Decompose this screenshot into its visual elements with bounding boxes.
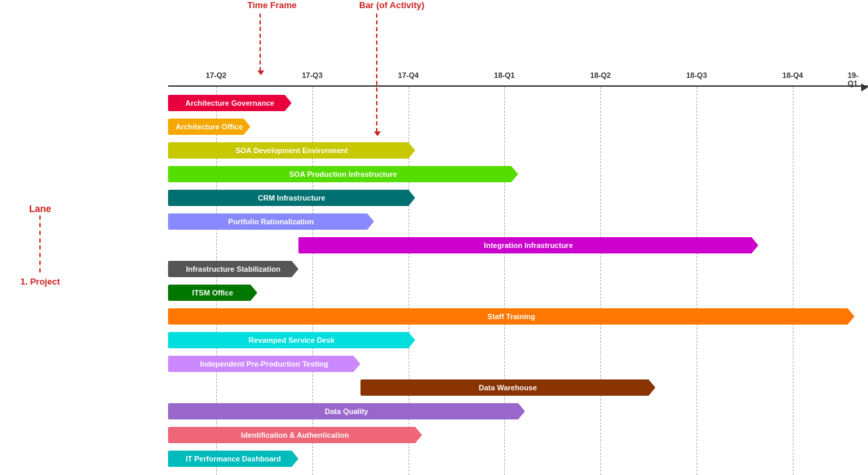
- gantt-bar-9: Staff Training: [168, 308, 854, 325]
- quarter-label-18-Q2: 18-Q2: [590, 71, 611, 79]
- annotation-bar: Bar (of Activity): [359, 0, 424, 10]
- timeline-header: [168, 68, 868, 87]
- bar-label-1: Architecture Office: [175, 123, 243, 131]
- quarter-label-17-Q4: 17-Q4: [398, 71, 419, 79]
- quarter-label-17-Q3: 17-Q3: [302, 71, 323, 79]
- bar-label-13: Data Quality: [325, 407, 368, 415]
- bar-label-4: CRM Infrastructure: [258, 194, 326, 202]
- lane-line-2: [39, 245, 41, 272]
- bar-label-11: Independent Pre-Production Testing: [200, 360, 328, 368]
- gantt-bar-15: IT Performance Dashboard: [168, 451, 298, 467]
- gantt-bar-12: Data Warehouse: [360, 379, 656, 396]
- timeframe-arrow: [260, 14, 261, 71]
- gantt-bar-6: Integration Infrastructure: [298, 237, 758, 253]
- gantt-bar-11: Independent Pre-Production Testing: [168, 356, 360, 372]
- bar-label-5: Portfolio Rationalization: [228, 218, 314, 226]
- bar-label-8: ITSM Office: [192, 289, 234, 297]
- bar-label-2: SOA Development Environment: [235, 146, 348, 154]
- gridline-18-Q4: [793, 87, 793, 475]
- bar-label: Bar (of Activity): [359, 0, 424, 10]
- gantt-bar-2: SOA Development Environment: [168, 142, 415, 159]
- left-sidebar: Lane 1. Project: [20, 203, 60, 287]
- gridline-18-Q2: [600, 87, 601, 475]
- bar-label-12: Data Warehouse: [479, 384, 537, 392]
- timeline-end-arrow: [861, 83, 868, 91]
- gantt-bar-13: Data Quality: [168, 403, 525, 419]
- bar-label-10: Revamped Service Desk: [249, 336, 335, 344]
- gantt-bar-3: SOA Production Infrastructure: [168, 166, 518, 182]
- timeline-area: 17-Q217-Q317-Q418-Q118-Q218-Q318-Q419-Q1…: [168, 68, 868, 475]
- quarter-label-19-Q1: 19-Q1: [848, 71, 861, 87]
- gantt-bar-0: Architecture Governance: [168, 95, 291, 111]
- bar-label-14: Identification & Authentication: [241, 431, 349, 439]
- bar-label-6: Integration Infrastructure: [484, 241, 573, 249]
- gantt-bar-4: CRM Infrastructure: [168, 190, 415, 206]
- gantt-bar-10: Revamped Service Desk: [168, 332, 415, 348]
- gridline-18-Q3: [697, 87, 697, 475]
- lane-label: Lane: [29, 203, 51, 214]
- gantt-bar-5: Portfolio Rationalization: [168, 213, 374, 230]
- bar-label-7: Infrastructure Stabilization: [186, 265, 281, 273]
- gantt-bar-1: Architecture Office: [168, 119, 251, 135]
- timeframe-label: Time Frame: [247, 0, 297, 10]
- gantt-bar-7: Infrastructure Stabilization: [168, 261, 298, 277]
- bar-label-15: IT Performance Dashboard: [186, 455, 281, 463]
- quarter-label-18-Q4: 18-Q4: [783, 71, 804, 79]
- bar-label-9: Staff Training: [487, 312, 535, 321]
- bar-label-3: SOA Production Infrastructure: [289, 170, 397, 178]
- quarter-label-17-Q2: 17-Q2: [206, 71, 227, 79]
- quarter-label-18-Q3: 18-Q3: [686, 71, 707, 79]
- gantt-bar-14: Identification & Authentication: [168, 427, 422, 443]
- annotation-timeframe: Time Frame: [247, 0, 297, 10]
- bar-label-0: Architecture Governance: [185, 99, 274, 107]
- gantt-bar-8: ITSM Office: [168, 285, 257, 301]
- main-container: Time Frame Bar (of Activity) Lane 1. Pro…: [0, 0, 868, 475]
- project-label: 1. Project: [20, 276, 60, 287]
- quarter-label-18-Q1: 18-Q1: [494, 71, 515, 79]
- lane-line-1: [39, 215, 41, 243]
